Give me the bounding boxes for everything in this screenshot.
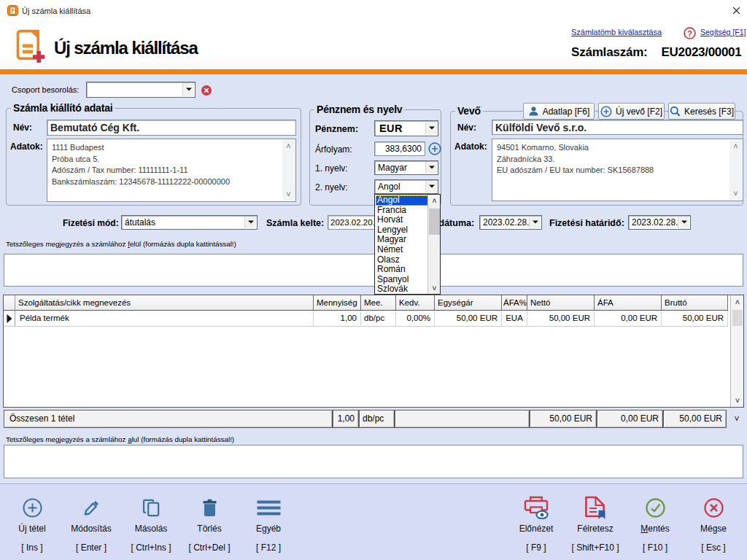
svg-text:?: ? <box>687 28 692 38</box>
